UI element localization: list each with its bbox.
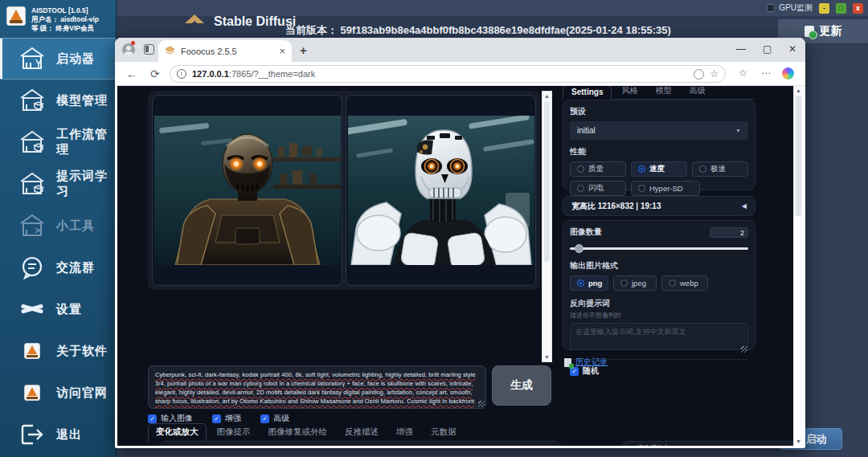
negative-prompt-label: 反向提示词 [570, 298, 748, 309]
image-gallery [148, 91, 540, 290]
negative-resize-handle[interactable] [741, 346, 747, 353]
url-text: 127.0.0.1:7865/?__theme=dark [192, 69, 688, 79]
page-scroll-thumb[interactable] [796, 96, 801, 216]
prompt-resize-handle[interactable] [478, 401, 485, 407]
tab-advanced[interactable]: 高级 [681, 86, 713, 99]
toggle-advanced[interactable]: ✓ 高级 [260, 413, 289, 424]
checkbox-checked-icon[interactable]: ✓ [260, 414, 269, 423]
toggle-enhance[interactable]: ✓ 增强 [212, 413, 241, 424]
gallery-scroll-thumb[interactable] [544, 101, 550, 262]
sidebar-item-workflow-management[interactable]: 工作流管理 [0, 121, 116, 163]
collections-icon[interactable]: ☆ [739, 67, 747, 79]
output-options-panel: 图像数量 2 输出图片格式 png jpeg webp 反向提示词 描述你不想看… [563, 220, 755, 350]
image-count-slider[interactable] [570, 244, 748, 253]
radio-icon [699, 165, 706, 173]
prompt-input[interactable]: Cyberpunk, sci-fi, dark-fantasy, kodak p… [148, 365, 486, 409]
username-line: 用户名： aisdtool-vip [31, 15, 99, 24]
translate-icon[interactable] [694, 69, 704, 80]
slider-track[interactable] [570, 247, 748, 250]
format-webp[interactable]: webp [661, 275, 708, 291]
negative-prompt-input[interactable] [570, 323, 748, 350]
fooocus-favicon [165, 46, 175, 56]
scroll-up-icon[interactable]: ▲ [794, 88, 803, 93]
perf-extreme-speed[interactable]: 极速 [692, 161, 748, 177]
radio-icon [577, 185, 584, 192]
current-version-text: 当前版本： 59f183ab9b8e4a4bbf0fb8bc43886e19e8… [285, 23, 671, 38]
tab-close-icon[interactable]: × [279, 46, 285, 56]
more-menu-icon[interactable]: ⋯ [761, 67, 771, 79]
checkbox-checked-icon[interactable]: ✓ [212, 414, 221, 423]
gallery-scrollbar[interactable]: ▲ ▼ [542, 91, 552, 362]
favorite-star-icon[interactable]: ☆ [710, 68, 719, 80]
upload-drop-panel[interactable] [159, 441, 561, 446]
new-tab-button[interactable]: + [300, 43, 307, 57]
sidebar-item-prompt-learning[interactable]: 提示词学习 [0, 163, 116, 205]
sidebar-item-label: 访问官网 [56, 386, 108, 401]
tab-image-prompt[interactable]: 图像提示 [210, 424, 258, 441]
gpu-monitor-checkbox[interactable] [767, 4, 775, 12]
sidebar-item-settings[interactable]: 设置 [0, 288, 116, 330]
tab-enhance[interactable]: 增强 [389, 424, 420, 441]
refresh-button[interactable]: ⟳ [150, 67, 160, 80]
copilot-icon[interactable] [782, 67, 794, 80]
app-minimize-button[interactable]: - [819, 3, 829, 14]
tab-describe[interactable]: 反推描述 [338, 424, 386, 441]
tab-inpaint-outpaint[interactable]: 图像修复或外绘 [261, 424, 335, 441]
address-bar[interactable]: i 127.0.0.1:7865/?__theme=dark ☆ [170, 65, 726, 83]
slider-handle[interactable] [575, 244, 583, 253]
aspect-ratio-accordion[interactable]: 宽高比 1216×832 | 19:13 ◀ [563, 196, 755, 216]
perf-speed[interactable]: 速度 [631, 161, 687, 177]
about-logo-icon [24, 343, 40, 359]
screen: GPU监测 - □ x Stable Diffusi 当前版本： 59f183a… [0, 0, 868, 457]
sidebar-item-official-site[interactable]: 访问官网 [0, 372, 116, 414]
history-link[interactable]: 历史记录 [575, 357, 608, 368]
site-info-icon[interactable]: i [177, 69, 186, 79]
model-management-icon [18, 87, 47, 114]
scroll-down-icon[interactable]: ▼ [542, 354, 551, 360]
variation-options-panel: 变化或放大 [622, 441, 800, 446]
tab-style[interactable]: 风格 [613, 86, 645, 99]
generated-image-1[interactable] [152, 95, 342, 286]
sidebar-item-model-management[interactable]: 模型管理 [0, 80, 116, 121]
toggle-input-image[interactable]: ✓ 输入图像 [148, 413, 193, 424]
format-png[interactable]: png [570, 275, 608, 291]
sidebar-item-about[interactable]: 关于软件 [0, 330, 116, 372]
workflow-management-icon [18, 129, 47, 156]
sidebar-item-chat-group[interactable]: 交流群 [0, 247, 116, 288]
generate-button[interactable]: 生成 [492, 365, 551, 406]
tab-model[interactable]: 模型 [647, 86, 679, 99]
tab-settings[interactable]: Settings [563, 86, 612, 100]
history-icon [564, 358, 571, 367]
page-scrollbar[interactable]: ▲ ▼ [793, 86, 803, 446]
account-info: AISDTOOL [1.0.5] 用户名： aisdtool-vip 等 级： … [31, 6, 99, 33]
sidebar-item-exit[interactable]: 退出 [0, 414, 116, 455]
tab-preview-icon[interactable] [144, 44, 154, 55]
checkbox-checked-icon[interactable]: ✓ [148, 414, 157, 423]
tab-variation-upscale[interactable]: 变化或放大 [148, 423, 207, 442]
sidebar-item-tools[interactable]: 小工具 [0, 205, 116, 247]
launcher-icon [18, 45, 47, 72]
browser-close-button[interactable]: ✕ [788, 44, 796, 54]
sidebar-item-launcher[interactable]: 启动器 [0, 38, 116, 80]
prompt-text: Cyberpunk, sci-fi, dark-fantasy, kodak p… [155, 370, 479, 406]
perf-hyper-sd[interactable]: Hyper-SD [631, 181, 700, 196]
browser-maximize-button[interactable]: ▢ [763, 44, 772, 54]
scroll-down-icon[interactable]: ▼ [794, 439, 803, 444]
browser-minimize-button[interactable]: — [736, 44, 746, 54]
app-maximize-button[interactable]: □ [836, 3, 846, 14]
generated-image-2[interactable] [346, 95, 536, 286]
tools-icon [18, 212, 47, 239]
perf-lightning[interactable]: 闪电 [570, 181, 626, 196]
perf-quality[interactable]: 质量 [570, 161, 626, 177]
scroll-up-icon[interactable]: ▲ [542, 93, 551, 99]
negative-prompt-hint: 描述你不想看到的 [570, 311, 748, 320]
image-count-input[interactable]: 2 [710, 227, 748, 238]
app-close-button[interactable]: x [853, 3, 863, 14]
browser-window: Fooocus 2.5.5 × + — ▢ ✕ ← ⟳ i 127.0.0.1:… [115, 38, 805, 448]
back-button[interactable]: ← [126, 67, 137, 80]
tab-metadata[interactable]: 元数据 [424, 424, 464, 441]
format-jpeg[interactable]: jpeg [613, 275, 657, 291]
preset-dropdown[interactable]: initial ▼ [570, 121, 748, 140]
browser-tab-fooocus[interactable]: Fooocus 2.5.5 × [158, 40, 292, 62]
browser-profile-icon[interactable] [122, 43, 135, 56]
